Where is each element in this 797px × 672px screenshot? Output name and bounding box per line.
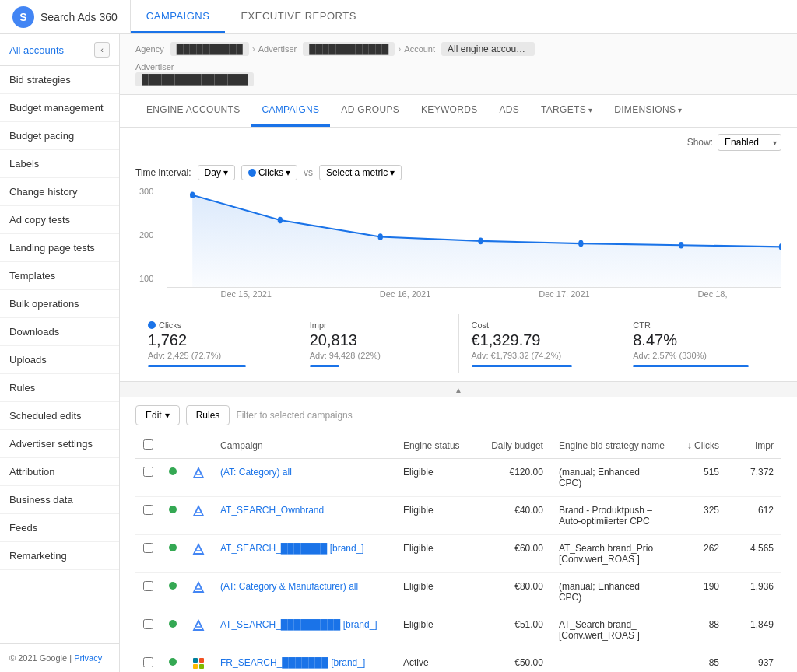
col-header-checkbox (135, 433, 161, 459)
sidebar-item-advertiser-settings[interactable]: Advertiser settings (0, 430, 119, 458)
status-dot (169, 467, 177, 475)
svg-point-4 (478, 238, 483, 245)
chart-svg (167, 187, 781, 287)
row-checkbox[interactable] (143, 467, 153, 477)
sidebar-item-downloads[interactable]: Downloads (0, 318, 119, 346)
sub-tab-campaigns[interactable]: CAMPAIGNS (251, 95, 331, 127)
row-checkbox[interactable] (143, 619, 153, 629)
google-ads-icon (192, 619, 205, 632)
metric-clicks-bar (148, 365, 246, 367)
col-header-daily-budget[interactable]: Daily budget (473, 433, 551, 459)
app-title: Search Ads 360 (40, 11, 118, 23)
sub-tab-ads[interactable]: ADS (488, 95, 530, 127)
campaign-link[interactable]: AT_SEARCH_Ownbrand (220, 505, 324, 516)
sidebar-item-change-history[interactable]: Change history (0, 178, 119, 206)
campaign-link[interactable]: FR_SEARCH_███████ [brand_] (220, 657, 365, 668)
breadcrumb-advertiser: Advertiser ████████████ (258, 42, 395, 56)
status-dot (169, 658, 177, 666)
sidebar-item-attribution[interactable]: Attribution (0, 458, 119, 486)
show-dropdown-wrapper[interactable]: Enabled All Paused Removed (718, 134, 781, 151)
metric-cost: Cost €1,329.79 Adv: €1,793.32 (74.2%) (459, 314, 621, 373)
select-all-checkbox[interactable] (143, 439, 153, 450)
filter-text: Filter to selected campaigns (236, 410, 352, 421)
edit-button[interactable]: Edit▾ (135, 405, 180, 425)
breadcrumb-area: Agency ██████████ › Advertiser █████████… (120, 34, 797, 95)
sidebar-item-templates[interactable]: Templates (0, 262, 119, 290)
daily-budget: €51.00 (473, 611, 551, 649)
col-header-engine (184, 433, 212, 459)
col-header-clicks[interactable]: ↓ Clicks (672, 433, 727, 459)
breadcrumb-row: Agency ██████████ › Advertiser █████████… (135, 42, 781, 56)
table-row: (AT: Category & Manufacturer) allEligibl… (135, 573, 781, 611)
daily-budget: €80.00 (473, 573, 551, 611)
metric-cost-bar (472, 365, 572, 367)
campaign-link[interactable]: (AT: Category) all (220, 467, 292, 478)
content-area: Agency ██████████ › Advertiser █████████… (120, 34, 797, 672)
col-header-bid-strategy[interactable]: Engine bid strategy name (551, 433, 672, 459)
metric-impr: Impr 20,813 Adv: 94,428 (22%) (297, 314, 459, 373)
sidebar-item-bid-strategies[interactable]: Bid strategies (0, 66, 119, 94)
sidebar-item-budget-pacing[interactable]: Budget pacing (0, 122, 119, 150)
metrics-row: Clicks 1,762 Adv: 2,425 (72.7%) Impr 20,… (120, 306, 797, 382)
sidebar-item-ad-copy-tests[interactable]: Ad copy tests (0, 206, 119, 234)
metric2-button[interactable]: Select a metric▾ (319, 165, 402, 180)
sidebar-item-budget-management[interactable]: Budget management (0, 94, 119, 122)
collapse-panel[interactable]: ▲ (120, 382, 797, 397)
top-nav-tab-executive-reports[interactable]: EXECUTIVE REPORTS (225, 0, 371, 33)
sidebar-item-labels[interactable]: Labels (0, 150, 119, 178)
google-ads-icon (192, 543, 205, 555)
time-interval-button[interactable]: Day▾ (198, 165, 235, 180)
sub-tab-ad-groups[interactable]: AD GROUPS (330, 95, 410, 127)
google-ads-icon (192, 467, 205, 479)
sub-tab-engine-accounts[interactable]: ENGINE ACCOUNTS (135, 95, 251, 127)
campaign-link[interactable]: (AT: Category & Manufacturer) all (220, 581, 358, 592)
sub-tab-dimensions[interactable]: DIMENSIONS▾ (603, 95, 693, 127)
svg-point-2 (278, 217, 283, 224)
impr: 7,372 (727, 459, 781, 497)
sidebar-item-scheduled-edits[interactable]: Scheduled edits (0, 402, 119, 430)
sidebar-item-bulk-operations[interactable]: Bulk operations (0, 290, 119, 318)
svg-rect-13 (193, 658, 198, 663)
sidebar-item-business-data[interactable]: Business data (0, 486, 119, 514)
sidebar-item-feeds[interactable]: Feeds (0, 514, 119, 542)
col-header-impr[interactable]: Impr (727, 433, 781, 459)
sub-tabs: ENGINE ACCOUNTS CAMPAIGNS AD GROUPS KEYW… (120, 95, 797, 128)
bid-strategy: Brand - Produktpush – Auto-optimiierter … (551, 497, 672, 535)
svg-rect-14 (199, 658, 204, 663)
rules-button[interactable]: Rules (186, 405, 230, 425)
privacy-link[interactable]: Privacy (74, 653, 102, 663)
clicks: 88 (672, 611, 727, 649)
sidebar-item-landing-page-tests[interactable]: Landing page tests (0, 234, 119, 262)
row-checkbox[interactable] (143, 543, 153, 553)
row-checkbox[interactable] (143, 581, 153, 591)
breadcrumb-advertiser-row: Advertiser ████████████████ (135, 61, 781, 86)
sidebar: All accounts ‹ Bid strategies Budget man… (0, 34, 120, 672)
logo-icon: S (12, 6, 34, 28)
sub-tab-keywords[interactable]: KEYWORDS (410, 95, 488, 127)
show-dropdown[interactable]: Enabled All Paused Removed (718, 134, 781, 151)
svg-point-3 (378, 233, 383, 240)
campaign-link[interactable]: AT_SEARCH_███████ [brand_] (220, 543, 364, 554)
daily-budget: €40.00 (473, 497, 551, 535)
top-nav-tab-campaigns[interactable]: CAMPAIGNS (131, 0, 226, 33)
status-dot (169, 620, 177, 628)
sidebar-item-remarketing[interactable]: Remarketing (0, 542, 119, 570)
table-row: AT_SEARCH_█████████ [brand_]Eligible€51.… (135, 611, 781, 649)
row-checkbox[interactable] (143, 657, 153, 667)
metric1-button[interactable]: Clicks▾ (241, 165, 297, 180)
impr: 1,849 (727, 611, 781, 649)
sidebar-collapse-button[interactable]: ‹ (94, 42, 110, 58)
sidebar-item-uploads[interactable]: Uploads (0, 346, 119, 374)
row-checkbox[interactable] (143, 505, 153, 515)
clicks: 190 (672, 573, 727, 611)
col-header-campaign[interactable]: Campaign (212, 433, 395, 459)
bing-icon (192, 657, 205, 670)
col-header-engine-status[interactable]: Engine status (395, 433, 473, 459)
chart-y-labels: 300 200 100 (139, 187, 153, 283)
campaign-link[interactable]: AT_SEARCH_█████████ [brand_] (220, 619, 377, 630)
sub-tab-targets[interactable]: TARGETS▾ (530, 95, 603, 127)
sidebar-item-rules[interactable]: Rules (0, 374, 119, 402)
main-layout: All accounts ‹ Bid strategies Budget man… (0, 34, 797, 672)
metric-ctr: CTR 8.47% Adv: 2.57% (330%) (620, 314, 781, 373)
chart-wrapper (167, 187, 781, 288)
